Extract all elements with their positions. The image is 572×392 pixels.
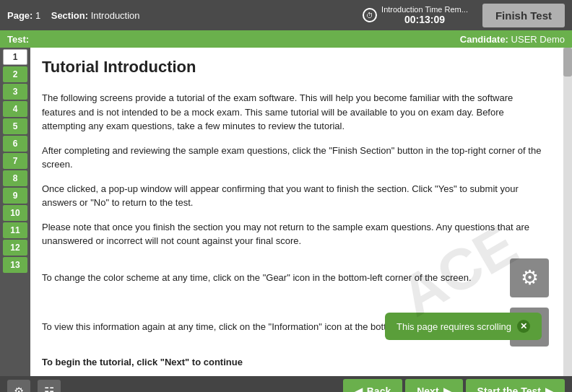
para3: Once clicked, a pop-up window will appea… xyxy=(42,182,549,210)
sidebar-item-5[interactable]: 5 xyxy=(3,118,27,134)
back-chevron-icon: ◀ xyxy=(355,386,363,392)
sidebar-item-3[interactable]: 3 xyxy=(3,84,27,100)
gear-text: To change the color scheme at any time, … xyxy=(42,271,495,285)
timer-area: ⏱ Introduction Time Rem... 00:13:09 xyxy=(363,5,468,25)
para2: After completing and reviewing the sampl… xyxy=(42,144,549,172)
footer-left: ⚙ ☷ xyxy=(7,380,61,392)
sidebar-item-1[interactable]: 1 xyxy=(3,49,27,65)
para4: Please note that once you finish the sec… xyxy=(42,220,549,248)
scroll-close-icon[interactable]: ✕ xyxy=(517,320,530,333)
para1: The following screens provide a tutorial… xyxy=(42,91,549,134)
start-test-button[interactable]: Start the Test ▶ xyxy=(466,379,565,392)
section-name: Introduction xyxy=(91,10,140,21)
grid-view-button[interactable]: ☷ xyxy=(38,380,61,392)
scrollbar-track[interactable] xyxy=(563,48,572,376)
scrollbar-thumb[interactable] xyxy=(563,48,572,77)
start-chevron-icon: ▶ xyxy=(545,386,553,392)
grid-icon: ☷ xyxy=(44,385,54,393)
candidate-label: Candidate: xyxy=(460,34,508,45)
sidebar-item-8[interactable]: 8 xyxy=(3,170,27,186)
footer: ⚙ ☷ ◀ Back Next ▶ Start the Test ▶ xyxy=(0,376,572,392)
candidate-info: Candidate: USER Demo xyxy=(460,34,565,45)
page-number: 1 xyxy=(35,10,40,21)
back-button[interactable]: ◀ Back xyxy=(343,379,402,392)
begin-text: To begin the tutorial, click "Next" to c… xyxy=(42,357,549,367)
start-label: Start the Test xyxy=(477,386,541,392)
page-label: Page: xyxy=(7,10,32,21)
page-title: Tutorial Introduction xyxy=(42,58,549,77)
next-chevron-icon: ▶ xyxy=(443,386,451,392)
scroll-indicator-text: This page requires scrolling xyxy=(396,321,511,332)
scroll-indicator: This page requires scrolling ✕ xyxy=(385,313,542,340)
timer-icon: ⏱ xyxy=(363,8,377,22)
timer-label: Introduction Time Rem... xyxy=(381,5,468,14)
sidebar-item-4[interactable]: 4 xyxy=(3,101,27,117)
gear-icon: ⚙ xyxy=(14,385,24,393)
back-label: Back xyxy=(367,386,391,392)
next-label: Next xyxy=(417,386,438,392)
section-label: Section: xyxy=(51,10,88,21)
finish-test-button[interactable]: Finish Test xyxy=(482,4,565,27)
gear-settings-button[interactable]: ⚙ xyxy=(7,380,30,392)
timer-value: 00:13:09 xyxy=(381,14,468,25)
sidebar-item-9[interactable]: 9 xyxy=(3,188,27,204)
gear-row: To change the color scheme at any time, … xyxy=(42,258,549,297)
sidebar-item-6[interactable]: 6 xyxy=(3,136,27,152)
sidebar-item-11[interactable]: 11 xyxy=(3,222,27,238)
sidebar-item-10[interactable]: 10 xyxy=(3,205,27,221)
footer-right: ◀ Back Next ▶ Start the Test ▶ xyxy=(343,379,565,392)
sidebar-item-13[interactable]: 13 xyxy=(3,257,27,273)
next-button[interactable]: Next ▶ xyxy=(405,379,462,392)
timer-text: Introduction Time Rem... 00:13:09 xyxy=(381,5,468,25)
sidebar: 12345678910111213 xyxy=(0,48,30,376)
sidebar-item-2[interactable]: 2 xyxy=(3,66,27,82)
sub-header: Test: Candidate: USER Demo xyxy=(0,30,572,48)
sidebar-item-7[interactable]: 7 xyxy=(3,153,27,169)
sidebar-item-12[interactable]: 12 xyxy=(3,240,27,256)
page-info: Page: 1 Section: Introduction xyxy=(7,10,363,21)
test-label: Test: xyxy=(7,34,29,45)
content-area[interactable]: Tutorial Introduction The following scre… xyxy=(30,48,563,376)
main-layout: 12345678910111213 Tutorial Introduction … xyxy=(0,48,572,376)
gear-icon-box: ⚙ xyxy=(510,258,549,297)
candidate-name: USER Demo xyxy=(511,34,565,45)
